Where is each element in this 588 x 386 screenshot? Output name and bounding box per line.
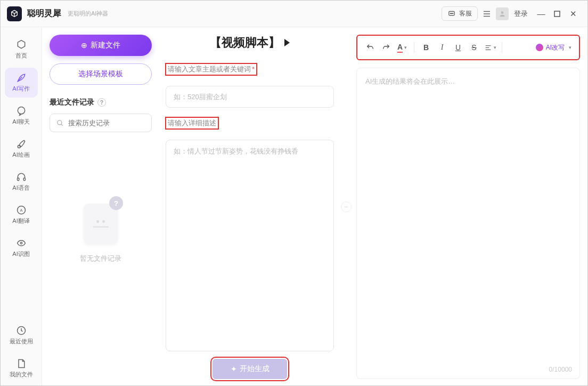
ai-rewrite-button[interactable]: AI改写 ▾ [534,43,574,52]
svg-point-16 [20,242,22,244]
italic-button[interactable]: I [435,40,450,55]
eye-scan-icon [16,238,27,248]
sidebar-item-label: AI绘画 [12,151,29,159]
avatar-icon[interactable] [496,7,509,20]
headphones-icon [16,172,27,182]
topic-field-label: 请输入文章主题或者关键词* [166,63,257,75]
choose-template-button[interactable]: 选择场景模板 [50,63,152,85]
sparkle-icon: ✦ [231,365,237,373]
char-count: 0/10000 [549,366,572,373]
titlebar: 聪明灵犀 更聪明的AI神器 客服 登录 — ✕ [1,1,587,27]
empty-state: ? 暂无文件记录 [50,196,152,263]
sidebar-item-image[interactable]: AI识图 [5,233,38,263]
close-button[interactable]: ✕ [565,6,581,22]
svg-point-10 [18,107,24,114]
brush-icon [16,139,27,149]
app-subtitle: 更聪明的AI神器 [68,10,108,18]
font-color-button[interactable]: A▾ [395,40,410,55]
maximize-button[interactable] [549,6,565,22]
empty-illustration-icon: ? [78,196,123,246]
collapse-handle[interactable]: •• [341,202,352,212]
undo-button[interactable] [363,40,378,55]
svg-point-7 [501,11,504,14]
support-label: 客服 [459,9,472,18]
svg-text:A: A [20,208,22,213]
right-panel: A▾ B I U S ▾ AI改写 ▾ AI生成的结果将会在此展示… 0/100… [352,27,587,386]
sidebar-item-label: 首页 [15,52,27,60]
chevron-down-icon: ▾ [569,45,571,50]
strikethrough-button[interactable]: S [467,40,481,55]
underline-button[interactable]: U [451,40,466,55]
detail-textarea[interactable] [166,140,334,351]
sidebar-item-paint[interactable]: AI绘画 [5,134,38,164]
topic-input[interactable] [166,86,334,108]
output-placeholder: AI生成的结果将会在此展示… [365,77,455,85]
search-input[interactable] [68,119,158,127]
file-icon [16,358,27,369]
minimize-button[interactable]: — [533,6,549,22]
recent-files-label: 最近文件记录 [50,98,94,107]
generate-button[interactable]: ✦ 开始生成 [213,359,287,379]
app-logo-icon [7,6,22,21]
sidebar-item-label: 最近使用 [10,337,33,345]
app-name: 聪明灵犀 [27,8,61,19]
bold-button[interactable]: B [419,40,434,55]
editor-toolbar: A▾ B I U S ▾ AI改写 ▾ [356,35,580,60]
empty-state-text: 暂无文件记录 [50,254,152,263]
middle-panel: 【视频脚本】 请输入文章主题或者关键词* 请输入详细描述 ✦ 开始生成 [159,27,340,386]
svg-point-2 [451,13,452,13]
help-icon[interactable]: ? [97,98,106,107]
new-file-button[interactable]: ⊕ 新建文件 [50,35,152,56]
svg-line-19 [61,124,63,125]
chat-icon [16,106,27,116]
menu-button[interactable] [478,5,496,23]
svg-rect-13 [23,178,25,181]
output-area[interactable]: AI生成的结果将会在此展示… 0/10000 [356,68,580,379]
panel-divider: •• [340,27,352,386]
sidebar-item-voice[interactable]: AI语音 [5,167,38,197]
sidebar-item-chat[interactable]: AI聊天 [5,101,38,131]
feather-icon [16,73,27,83]
sidebar-item-label: 我的文件 [10,371,33,379]
page-title: 【视频脚本】 [210,35,280,51]
svg-rect-8 [554,11,560,17]
sidebar-item-label: AI语音 [12,184,29,192]
clock-icon [16,325,27,336]
play-icon[interactable] [284,39,290,46]
sidebar-item-label: AI翻译 [12,217,29,225]
ai-sparkle-icon [536,44,543,51]
plus-icon: ⊕ [81,41,87,50]
login-link[interactable]: 登录 [514,9,528,19]
svg-point-1 [450,13,451,13]
search-icon [56,119,64,127]
generate-label: 开始生成 [240,364,270,374]
sidebar-item-label: AI识图 [12,250,29,258]
detail-field-label: 请输入详细描述 [166,117,218,129]
sidebar-item-home[interactable]: 首页 [5,35,38,65]
sidebar: 首页 AI写作 AI聊天 AI绘画 AI语音 A AI翻译 AI识图 [1,27,42,386]
translate-icon: A [16,205,27,215]
recent-files-header: 最近文件记录 ? [50,98,152,107]
svg-point-3 [453,13,453,13]
search-box[interactable] [50,114,152,132]
sidebar-item-files[interactable]: 我的文件 [5,353,38,383]
sidebar-item-recent[interactable]: 最近使用 [5,320,38,350]
new-file-label: 新建文件 [91,41,120,50]
redo-button[interactable] [379,40,394,55]
align-button[interactable]: ▾ [483,40,497,55]
support-button[interactable]: 客服 [442,6,478,21]
sidebar-item-label: AI聊天 [12,118,29,126]
sidebar-item-translate[interactable]: A AI翻译 [5,200,38,230]
sidebar-item-label: AI写作 [12,85,29,93]
left-panel: ⊕ 新建文件 选择场景模板 最近文件记录 ? ? 暂无文件记录 [42,27,159,386]
ai-rewrite-label: AI改写 [546,43,565,52]
home-icon [16,39,27,50]
sidebar-item-write[interactable]: AI写作 [5,68,38,98]
svg-point-18 [58,120,62,124]
svg-rect-12 [17,178,19,181]
